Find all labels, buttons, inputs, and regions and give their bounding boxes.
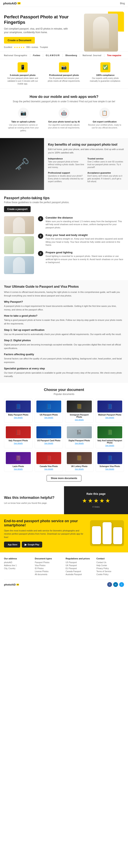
footer-link-2-4[interactable]: Australia Passport [66,574,93,576]
doc-card-1[interactable]: 📘 US Passport Photo See details [34,399,63,423]
doc-name-6: Digital Passport Photo [67,439,92,442]
logo-badge: AI [18,2,21,4]
footer-link-0-2[interactable]: City, Country [4,567,32,569]
benefit-title-2: Professional support [48,172,84,174]
hero-section: Perfect Passport Photo at Your Fingertip… [0,7,128,52]
doc-card-0[interactable]: 📘 Baby Passport Photo See details [4,399,33,423]
doc-name-11: Schengen Visa Photo [97,465,122,467]
doc-card-9[interactable]: 📕 Canada Visa Photo See details [34,450,63,472]
doc-link-7[interactable]: See details [97,444,122,446]
choose-document-section: Choose your document Popular documents 📘… [0,383,128,486]
footer-link-2-2[interactable]: EU Passport [66,567,93,569]
google-icon: ▶ [25,543,27,546]
star-1[interactable]: ★ [82,497,87,504]
tip-number-2: 3 [38,251,43,256]
show-more-button[interactable]: Show more documents [47,475,81,482]
doc-card-6[interactable]: 📓 Digital Passport Photo See details [65,425,94,448]
hero-cta-button[interactable]: Create a Document [4,37,35,43]
google-play-button[interactable]: ▶ Google Play [22,541,42,548]
tip-number-1: 2 [38,234,43,239]
doc-link-3[interactable]: See details [97,416,122,418]
footer-link-1-2[interactable]: ID Photos [35,567,62,569]
step-title-2: Get expert certification [93,120,117,123]
footer-link-3-1[interactable]: Help Center [96,564,124,566]
app-store-buttons: App Store ▶ Google Play [4,541,86,548]
doc-link-1[interactable]: See details [36,416,61,418]
doc-image-11: 📘 [97,452,122,464]
social-linkedin[interactable]: in [113,582,118,587]
footer-link-3-4[interactable]: Cookie Policy [96,574,124,576]
doc-link-11[interactable]: See details [97,468,122,470]
benefit-desc-1: Over 2 million users in over 60 countrie… [87,160,124,169]
benefits-section: 🗝️ Key benefits of using our passport ph… [0,138,128,190]
footer-link-2-0[interactable]: US Passport [66,561,93,563]
doc-link-9[interactable]: See details [36,468,61,470]
doc-name-7: Italy And Ireland Passport Photo [97,439,122,444]
apple-store-button[interactable]: App Store [4,541,20,548]
doc-card-5[interactable]: 📘 US Passport Card Photo See details [34,425,63,448]
doc-card-8[interactable]: 📔 Lazio Photo See details [4,450,33,472]
app-title: End-to-end passport photo service on you… [4,519,86,527]
footer-col-title-2: Regulations and prices [66,557,93,560]
footer-link-1-0[interactable]: Passport Photos [35,561,62,563]
how-subtitle: Snap the perfect biometric passport phot… [4,100,124,103]
star-2[interactable]: ★ [88,497,93,504]
doc-image-2: 📒 [67,401,92,412]
benefit-title-3: Acceptance guarantee [87,172,124,174]
hero-content: Perfect Passport Photo at Your Fingertip… [4,14,72,49]
footer-col-3: Contact Contact Us Help Center Privacy P… [96,557,124,576]
step-icon-2: 📋 [99,108,110,119]
doc-link-8[interactable]: See details [6,468,31,470]
doc-card-2[interactable]: 📒 Immigrant Passport Photo See details [65,399,94,423]
footer-logo-badge: AI [17,584,19,586]
footer-link-2-1[interactable]: UK Passport [66,564,93,566]
site-footer: Our address photoAiD Address line 1 City… [0,552,128,592]
guide-section-title-0: Why Passport? [4,300,124,303]
press-bar: National Geographic | Forbes | GLAMOUR |… [0,52,128,59]
doc-image-7: 📗 [97,426,122,438]
doc-link-2[interactable]: See details [67,419,92,421]
press-divider-1: | [30,54,31,57]
helpful-rate-section: Was this information helpful? Let us kno… [0,486,128,514]
footer-link-3-3[interactable]: Terms of Service [96,570,124,572]
doc-link-10[interactable]: See details [67,468,92,470]
doc-card-11[interactable]: 📘 Schengen Visa Photo See details [96,450,124,472]
doc-card-10[interactable]: 📒 UK Lottery Photo See details [65,450,94,472]
press-forbes: Forbes [33,54,40,57]
social-facebook[interactable]: f [107,582,112,587]
doc-link-0[interactable]: See details [6,416,31,418]
doc-card-7[interactable]: 📗 Italy And Ireland Passport Photo See d… [96,425,124,448]
tips-cta-button[interactable]: Create a passport [4,206,31,212]
guide-section-content-4: Several factors can affect the quality o… [4,357,124,364]
footer-link-3-0[interactable]: Contact Us [96,561,124,563]
feature-icon-0: 📱 [18,62,28,72]
doc-card-3[interactable]: 📘 Walmart Passport Photo See details [96,399,124,423]
doc-image-3: 📘 [97,401,122,412]
doc-card-4[interactable]: 📕 Italy Passport Photo See details [4,425,33,448]
doc-image-9: 📕 [36,452,61,464]
star-4[interactable]: ★ [99,497,104,504]
nav-blog[interactable]: Blog [120,2,125,5]
doc-name-4: Italy Passport Photo [6,439,31,442]
doc-link-6[interactable]: See details [67,442,92,444]
doc-link-4[interactable]: See details [6,442,31,444]
step-title-0: Take or upload a photo [11,120,35,123]
footer-link-1-4[interactable]: All documents [35,574,62,576]
footer-link-1-1[interactable]: Visa Photos [35,564,62,566]
star-5[interactable]: ★ [105,497,110,504]
footer-link-0-1[interactable]: Address line 1 [4,564,32,566]
footer-link-3-2[interactable]: Privacy Policy [96,567,124,569]
step-icon-0: 📷 [18,108,29,119]
hero-ratings: Excellent ★★★★★ 990+ reviews Trustpilot [4,46,72,49]
tip-title-0: Consider the distance [46,216,124,219]
footer-col-title-1: Document types [35,557,62,560]
doc-link-5[interactable]: See details [36,442,61,444]
footer-link-1-3[interactable]: License Photos [35,570,62,572]
footer-link-2-3[interactable]: Canada Passport [66,570,93,572]
doc-image-5: 📘 [36,426,61,438]
apple-store-label: App Store [8,544,18,546]
social-twitter[interactable]: t [119,582,124,587]
footer-link-0-0[interactable]: photoAiD [4,561,32,563]
star-3[interactable]: ★ [94,497,99,504]
tip-content-2: Prepare good lighting Good lighting is e… [46,251,124,264]
